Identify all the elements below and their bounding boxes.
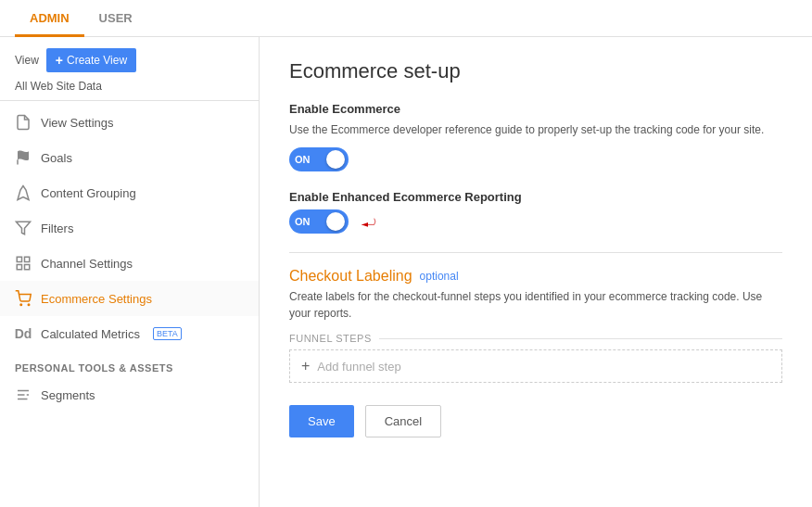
checkout-labeling-desc: Create labels for the checkout-funnel st… [289, 288, 782, 322]
grid-icon [15, 255, 32, 272]
section-divider [289, 252, 782, 253]
checkout-labeling-text: Checkout Labeling [289, 268, 412, 285]
sidebar-label-ecommerce-settings: Ecommerce Settings [41, 292, 152, 306]
personal-tools-header: PERSONAL TOOLS & ASSETS [0, 351, 259, 377]
view-subtitle: All Web Site Data [0, 80, 259, 100]
svg-point-6 [20, 304, 22, 306]
sidebar-divider [0, 100, 259, 101]
plus-icon: + [56, 53, 63, 68]
svg-rect-2 [17, 257, 21, 261]
main-layout: View + Create View All Web Site Data Vie… [0, 37, 812, 507]
optional-tag: optional [420, 270, 459, 283]
sidebar-label-segments: Segments [41, 388, 95, 402]
create-view-label: Create View [67, 54, 127, 67]
flag-icon [15, 149, 32, 166]
top-nav: ADMIN USER [0, 0, 812, 37]
svg-rect-5 [25, 265, 30, 270]
document-icon [15, 114, 32, 131]
svg-point-7 [28, 304, 30, 306]
sidebar-label-filters: Filters [41, 222, 73, 235]
view-label: View [15, 54, 39, 67]
sidebar: View + Create View All Web Site Data Vie… [0, 37, 260, 507]
toggle-ecommerce-wrap: ON [289, 147, 782, 171]
dd-icon: Dd [15, 325, 32, 342]
sidebar-label-calculated-metrics: Calculated Metrics [41, 327, 140, 341]
toggle-thumb [326, 150, 345, 169]
red-arrow-annotation [360, 213, 376, 230]
tab-admin[interactable]: ADMIN [15, 2, 84, 37]
sidebar-item-channel-settings[interactable]: Channel Settings [0, 246, 259, 281]
toggle-enhanced[interactable]: ON [289, 209, 349, 234]
enable-enhanced-title: Enable Enhanced Ecommerce Reporting [289, 190, 782, 204]
funnel-steps-label: FUNNEL STEPS [289, 333, 372, 344]
sidebar-item-calculated-metrics[interactable]: Dd Calculated Metrics BETA [0, 316, 259, 351]
funnel-steps-header: FUNNEL STEPS [289, 333, 782, 344]
toggle-enhanced-on-label: ON [295, 216, 311, 227]
view-section: View + Create View [0, 37, 259, 80]
sidebar-item-goals[interactable]: Goals [0, 140, 259, 175]
enable-ecommerce-desc: Use the Ecommerce developer reference gu… [289, 121, 782, 138]
sidebar-label-goals: Goals [41, 151, 72, 165]
toggle-enhanced-thumb [326, 212, 345, 231]
action-buttons: Save Cancel [289, 405, 782, 437]
cart-icon [15, 290, 32, 307]
lines-icon [15, 387, 32, 403]
sidebar-label-channel-settings: Channel Settings [41, 257, 133, 271]
toggle-on-label: ON [295, 154, 311, 165]
page-title: Ecommerce set-up [289, 59, 782, 83]
sidebar-item-segments[interactable]: Segments [0, 377, 259, 412]
svg-rect-4 [17, 265, 21, 270]
cancel-button[interactable]: Cancel [365, 405, 441, 437]
save-button[interactable]: Save [289, 405, 354, 437]
add-funnel-step-label: Add funnel step [317, 360, 400, 374]
checkout-labeling-title: Checkout Labeling optional [289, 268, 782, 285]
sidebar-item-filters[interactable]: Filters [0, 210, 259, 246]
main-content: Ecommerce set-up Enable Ecommerce Use th… [260, 37, 812, 507]
tab-user[interactable]: USER [84, 2, 147, 37]
sidebar-item-ecommerce-settings[interactable]: Ecommerce Settings [0, 281, 259, 316]
sidebar-label-view-settings: View Settings [41, 116, 114, 130]
enable-ecommerce-title: Enable Ecommerce [289, 102, 782, 116]
toggle-enhanced-row: ON [289, 209, 782, 234]
add-funnel-step-row[interactable]: + Add funnel step [289, 349, 782, 383]
svg-rect-3 [25, 257, 30, 261]
person-icon [15, 184, 32, 201]
sidebar-label-content-grouping: Content Grouping [41, 186, 136, 200]
sidebar-item-view-settings[interactable]: View Settings [0, 105, 259, 140]
sidebar-item-content-grouping[interactable]: Content Grouping [0, 175, 259, 210]
filter-icon [15, 220, 32, 236]
create-view-button[interactable]: + Create View [46, 48, 136, 72]
svg-marker-1 [17, 222, 31, 234]
beta-badge: BETA [153, 327, 182, 340]
toggle-ecommerce[interactable]: ON [289, 147, 349, 171]
funnel-plus-icon: + [301, 358, 310, 374]
